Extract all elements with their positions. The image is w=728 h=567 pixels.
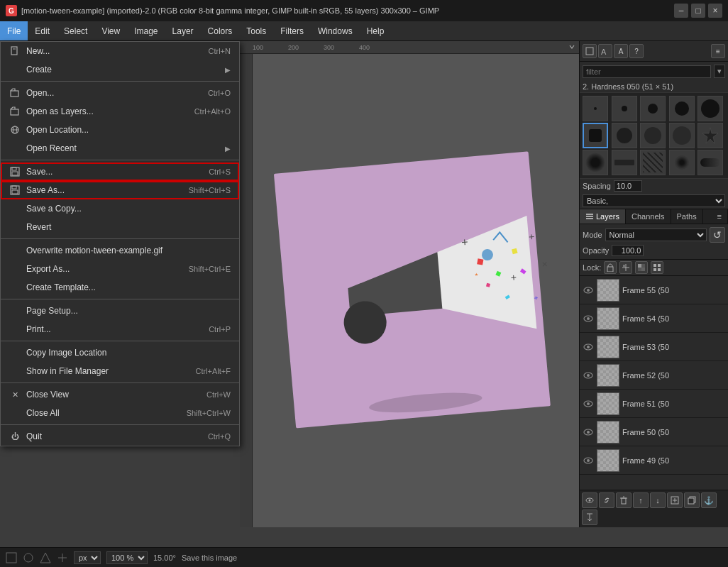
- layer-item[interactable]: Frame 49 (50: [580, 446, 728, 475]
- svg-text:⋆: ⋆: [473, 269, 480, 280]
- menu-overwrite[interactable]: Overwrite motion-tween-example.gif: [1, 241, 239, 260]
- svg-point-53: [587, 346, 590, 348]
- menu-item-filters[interactable]: Filters: [273, 21, 311, 40]
- minimize-button[interactable]: –: [674, 4, 688, 18]
- menu-create-template[interactable]: Create Template...: [1, 278, 239, 297]
- brush-cell[interactable]: [697, 123, 723, 148]
- menu-open[interactable]: Open... Ctrl+O: [1, 84, 239, 102]
- layer-item[interactable]: Frame 51 (50: [580, 390, 728, 418]
- layer-visibility-toggle[interactable]: [583, 313, 594, 324]
- spacing-input[interactable]: [614, 180, 642, 192]
- tab-paths[interactable]: Paths: [671, 209, 703, 224]
- close-button[interactable]: ×: [708, 4, 722, 18]
- layer-down-btn[interactable]: ↓: [650, 492, 666, 508]
- layer-visibility-toggle[interactable]: [583, 341, 594, 353]
- lock-alpha-btn[interactable]: [635, 261, 648, 274]
- brush-cell[interactable]: [669, 123, 695, 148]
- brush-tool-4[interactable]: ?: [629, 44, 644, 58]
- menu-page-setup[interactable]: Page Setup...: [1, 302, 239, 320]
- maximize-button[interactable]: □: [691, 4, 705, 18]
- brush-cell[interactable]: [612, 150, 637, 175]
- brush-cell[interactable]: [697, 150, 723, 175]
- filter-dropdown[interactable]: ▾: [714, 65, 725, 78]
- menu-item-select[interactable]: Select: [57, 21, 94, 40]
- zoom-select[interactable]: 100 %: [106, 551, 148, 564]
- menu-item-tools[interactable]: Tools: [239, 21, 273, 40]
- brush-cell[interactable]: [640, 123, 666, 148]
- layer-link-btn[interactable]: [599, 492, 614, 508]
- menu-item-image[interactable]: Image: [127, 21, 165, 40]
- layer-visibility-toggle[interactable]: [583, 398, 594, 409]
- layer-item[interactable]: Frame 52 (50: [580, 361, 728, 390]
- menu-save-copy[interactable]: Save a Copy...: [1, 199, 239, 218]
- layer-item[interactable]: Frame 54 (50: [580, 304, 728, 333]
- brush-tool-3[interactable]: A: [614, 44, 628, 58]
- menu-open-layers[interactable]: Open as Layers... Ctrl+Alt+O: [1, 102, 239, 121]
- layer-delete-btn[interactable]: [616, 492, 632, 508]
- menu-open-recent[interactable]: Open Recent ▶: [1, 139, 239, 158]
- menu-item-layer[interactable]: Layer: [165, 21, 201, 40]
- menu-new[interactable]: New... Ctrl+N: [1, 42, 239, 60]
- menu-item-edit[interactable]: Edit: [28, 21, 57, 40]
- layer-anchor-btn[interactable]: ⚓: [701, 492, 717, 508]
- brush-tool-1[interactable]: [583, 44, 597, 58]
- unit-select[interactable]: px: [74, 551, 101, 564]
- mode-reset-btn[interactable]: ↺: [710, 227, 725, 243]
- menu-open-location[interactable]: Open Location...: [1, 121, 239, 139]
- brush-cell[interactable]: [669, 96, 695, 121]
- brush-cell[interactable]: [697, 96, 723, 121]
- brush-cell[interactable]: [612, 123, 637, 148]
- layer-item[interactable]: Frame 53 (50: [580, 333, 728, 361]
- menu-copy-image-location[interactable]: Copy Image Location: [1, 343, 239, 362]
- brush-cell[interactable]: [583, 150, 608, 175]
- brush-cell-selected[interactable]: [583, 123, 608, 148]
- layer-item[interactable]: Frame 55 (50: [580, 276, 728, 304]
- layer-item[interactable]: Frame 50 (50: [580, 418, 728, 446]
- lock-all-btn[interactable]: [651, 261, 663, 274]
- menu-item-colors[interactable]: Colors: [201, 21, 240, 40]
- menu-create[interactable]: Create ▶: [1, 60, 239, 79]
- layer-visibility-toggle[interactable]: [583, 370, 594, 381]
- tab-layers[interactable]: Layers: [580, 209, 626, 224]
- menu-item-file[interactable]: File: [0, 21, 28, 40]
- brush-cell[interactable]: [669, 150, 695, 175]
- brush-cell[interactable]: [640, 96, 666, 121]
- menu-revert[interactable]: Revert: [1, 218, 239, 236]
- menu-close-all[interactable]: Close All Shift+Ctrl+W: [1, 404, 239, 422]
- layer-duplicate-btn[interactable]: [684, 492, 700, 508]
- menu-item-help[interactable]: Help: [360, 21, 392, 40]
- layer-new-btn[interactable]: [667, 492, 683, 508]
- menu-save[interactable]: Save... Ctrl+S: [1, 163, 239, 181]
- layer-visibility-toggle[interactable]: [583, 285, 594, 296]
- svg-rect-13: [568, 43, 576, 51]
- opacity-input[interactable]: [612, 245, 644, 256]
- menu-export-as[interactable]: Export As... Shift+Ctrl+E: [1, 260, 239, 278]
- brush-filter-input[interactable]: [583, 65, 711, 78]
- layer-visibility-toggle[interactable]: [583, 455, 594, 466]
- layer-eye-btn[interactable]: [582, 492, 597, 508]
- lock-position-btn[interactable]: [619, 261, 632, 274]
- lock-pixels-btn[interactable]: [604, 261, 617, 274]
- layer-visibility-toggle[interactable]: [583, 426, 594, 438]
- layer-merge-btn[interactable]: [582, 510, 597, 525]
- window-controls[interactable]: – □ ×: [674, 4, 722, 18]
- menu-print[interactable]: Print... Ctrl+P: [1, 320, 239, 338]
- layer-up-btn[interactable]: ↑: [633, 492, 649, 508]
- brush-cell[interactable]: [612, 96, 637, 121]
- canvas-corner-btn[interactable]: [568, 43, 576, 53]
- menu-save-as[interactable]: Save As... Shift+Ctrl+S: [1, 181, 239, 199]
- brush-cell[interactable]: [583, 96, 608, 121]
- layers-menu-btn[interactable]: ≡: [712, 209, 728, 224]
- brush-tool-2[interactable]: A: [598, 44, 612, 58]
- mode-select[interactable]: Normal: [605, 229, 707, 241]
- menu-show-file-manager[interactable]: Show in File Manager Ctrl+Alt+F: [1, 362, 239, 380]
- brush-cell[interactable]: [640, 150, 666, 175]
- tab-channels[interactable]: Channels: [626, 209, 671, 224]
- menu-close-view[interactable]: ✕ Close View Ctrl+W: [1, 385, 239, 404]
- menu-item-view[interactable]: View: [94, 21, 127, 40]
- dynamics-select[interactable]: Basic,: [583, 194, 725, 207]
- brush-menu-btn[interactable]: ≡: [711, 44, 725, 58]
- menu-quit[interactable]: ⏻ Quit Ctrl+Q: [1, 427, 239, 446]
- menu-item-windows[interactable]: Windows: [311, 21, 360, 40]
- export-label: Export As...: [26, 264, 183, 274]
